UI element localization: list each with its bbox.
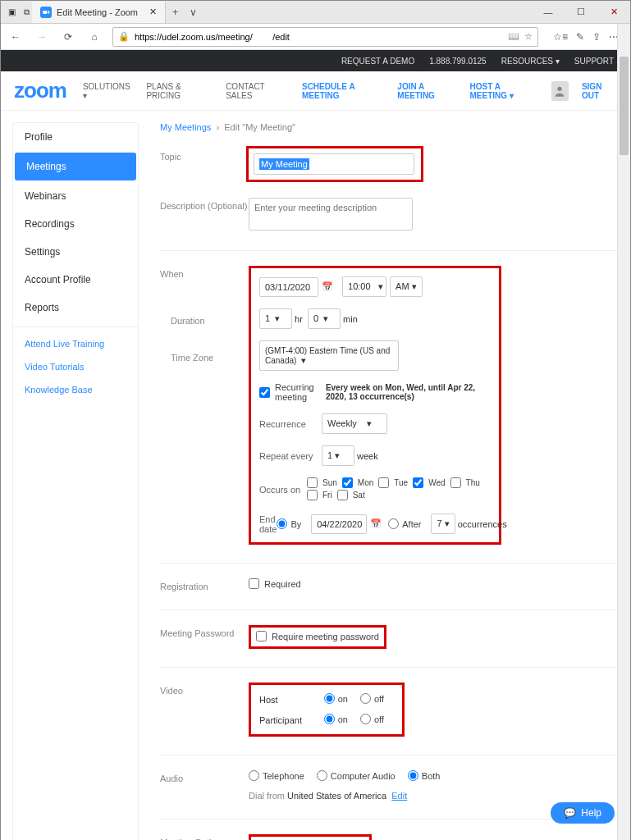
window-minimize-button[interactable]: — — [532, 1, 565, 24]
nav-solutions[interactable]: SOLUTIONS ▾ — [83, 82, 132, 100]
chat-icon: 💬 — [564, 807, 576, 819]
sidebar-item-meetings[interactable]: Meetings — [15, 153, 136, 180]
end-by-radio[interactable]: By — [277, 518, 301, 529]
breadcrumb-root[interactable]: My Meetings — [160, 122, 211, 132]
day-wed[interactable]: Wed — [413, 477, 445, 488]
browser-tab[interactable]: Edit Meeting - Zoom ✕ — [32, 2, 166, 23]
nav-host-meeting[interactable]: HOST A MEETING ▾ — [469, 82, 537, 100]
sidebar-item-recordings[interactable]: Recordings — [13, 210, 138, 238]
svg-point-1 — [558, 86, 562, 90]
audio-both[interactable]: Both — [408, 770, 441, 781]
repeat-val-select[interactable]: 1 ▾ — [322, 445, 354, 466]
calendar-icon-2[interactable] — [370, 518, 382, 530]
video-host-off[interactable]: off — [360, 693, 384, 704]
new-tab-button[interactable]: + — [166, 7, 185, 18]
day-sun[interactable]: Sun — [307, 477, 337, 488]
page-content: My Meetings › Edit "My Meeting" Topic My… — [139, 122, 619, 840]
nav-plans[interactable]: PLANS & PRICING — [146, 82, 211, 100]
notes-icon[interactable]: ✎ — [576, 31, 584, 43]
sys-icon-2: ⧉ — [21, 7, 32, 17]
sidebar-item-account-profile[interactable]: Account Profile — [13, 266, 138, 294]
reader-icon[interactable]: 📖 — [508, 31, 519, 42]
page-scrollbar[interactable] — [617, 24, 630, 840]
recurring-summary: Every week on Mon, Wed, until Apr 22, 20… — [326, 383, 491, 401]
audio-computer[interactable]: Computer Audio — [317, 770, 396, 781]
nav-refresh-button[interactable]: ⟳ — [60, 31, 76, 43]
share-icon[interactable]: ⇪ — [592, 31, 601, 43]
end-after-val[interactable]: 7 ▾ — [431, 514, 455, 534]
recurrence-select[interactable]: Weekly ▾ — [322, 413, 387, 434]
account-sidebar: Profile Meetings Webinars Recordings Set… — [12, 122, 139, 840]
nav-forward-button[interactable]: → — [34, 31, 50, 43]
nav-schedule-meeting[interactable]: SCHEDULE A MEETING — [302, 82, 384, 100]
support-link[interactable]: SUPPORT — [574, 57, 614, 66]
label-options: Meeting Options — [160, 834, 249, 840]
url-field[interactable]: 🔒 📖 ☆ — [112, 27, 538, 47]
recurring-checkbox[interactable]: Recurring meeting — [259, 382, 321, 402]
window-maximize-button[interactable]: ☐ — [565, 1, 597, 24]
tab-close-icon[interactable]: ✕ — [149, 7, 157, 17]
request-demo-link[interactable]: REQUEST A DEMO — [341, 57, 414, 66]
sidebar-link-tutorials[interactable]: Video Tutorials — [13, 355, 138, 378]
label-enddate: End date — [259, 514, 277, 534]
browser-address-bar: ← → ⟳ ⌂ 🔒 📖 ☆ ☆≡ ✎ ⇪ ⋯ — [1, 24, 630, 50]
resources-link[interactable]: RESOURCES ▾ — [501, 57, 560, 66]
sidebar-item-webinars[interactable]: Webinars — [13, 182, 138, 210]
video-host-label: Host — [259, 695, 278, 705]
registration-required-checkbox[interactable]: Required — [249, 578, 301, 589]
end-after-radio[interactable]: After — [388, 518, 421, 529]
label-video: Video — [160, 682, 249, 696]
day-fri[interactable]: Fri — [307, 490, 332, 500]
url-input[interactable] — [135, 32, 503, 42]
when-ampm-select[interactable]: AM ▾ — [390, 276, 423, 297]
timezone-select[interactable]: (GMT-4:00) Eastern Time (US and Canada) … — [259, 340, 399, 371]
end-by-date-input[interactable]: 04/22/2020 — [311, 514, 367, 534]
video-container: Host on off Participant on off — [249, 682, 405, 737]
require-password-checkbox[interactable]: Require meeting password — [256, 631, 379, 641]
when-time-select[interactable]: 10:00 ▾ — [342, 276, 386, 297]
nav-home-button[interactable]: ⌂ — [86, 31, 103, 43]
day-tue[interactable]: Tue — [378, 477, 408, 488]
video-host-on[interactable]: on — [324, 693, 348, 704]
avatar[interactable] — [551, 81, 569, 101]
zoom-favicon — [40, 7, 52, 18]
calendar-icon[interactable] — [322, 281, 333, 293]
duration-min-select[interactable]: 0 ▾ — [308, 308, 341, 329]
favorites-list-icon[interactable]: ☆≡ — [553, 31, 568, 43]
nav-back-button[interactable]: ← — [7, 31, 24, 43]
label-repeat: Repeat every — [259, 451, 322, 461]
description-input[interactable] — [249, 198, 413, 231]
zoom-logo[interactable]: zoom — [14, 78, 66, 103]
breadcrumb: My Meetings › Edit "My Meeting" — [160, 122, 619, 132]
dial-from-label: Dial from — [249, 791, 285, 801]
sidebar-link-training[interactable]: Attend Live Training — [13, 332, 138, 355]
nav-contact[interactable]: CONTACT SALES — [226, 82, 287, 100]
sidebar-item-settings[interactable]: Settings — [13, 238, 138, 266]
days-row: SunMonTueWedThuFriSat — [307, 477, 491, 502]
nav-join-meeting[interactable]: JOIN A MEETING — [397, 82, 456, 100]
label-timezone: Time Zone — [171, 349, 259, 363]
help-widget[interactable]: 💬 Help — [551, 802, 615, 824]
day-sat[interactable]: Sat — [337, 490, 365, 500]
tabs-overflow-icon[interactable]: ∨ — [185, 7, 202, 18]
label-when: When — [160, 266, 249, 279]
topic-input[interactable]: My Meeting — [254, 153, 414, 175]
day-mon[interactable]: Mon — [342, 477, 373, 488]
label-audio: Audio — [160, 770, 249, 783]
window-close-button[interactable]: ✕ — [597, 1, 630, 24]
video-part-on[interactable]: on — [324, 714, 348, 724]
audio-telephone[interactable]: Telephone — [249, 770, 304, 781]
dial-edit-link[interactable]: Edit — [391, 791, 407, 801]
day-thu[interactable]: Thu — [450, 477, 480, 488]
video-part-off[interactable]: off — [360, 714, 384, 724]
sidebar-link-kb[interactable]: Knowledge Base — [13, 378, 138, 401]
when-date-input[interactable]: 03/11/2020 — [259, 277, 318, 297]
label-password: Meeting Password — [160, 625, 249, 638]
favorite-icon[interactable]: ☆ — [524, 31, 533, 42]
site-main-nav: zoom SOLUTIONS ▾ PLANS & PRICING CONTACT… — [1, 71, 630, 111]
sys-icon-1: ▣ — [6, 7, 17, 17]
duration-hr-select[interactable]: 1 ▾ — [259, 308, 292, 329]
sidebar-item-reports[interactable]: Reports — [13, 294, 138, 322]
nav-sign-out[interactable]: SIGN OUT — [582, 82, 617, 100]
sidebar-item-profile[interactable]: Profile — [13, 123, 138, 151]
